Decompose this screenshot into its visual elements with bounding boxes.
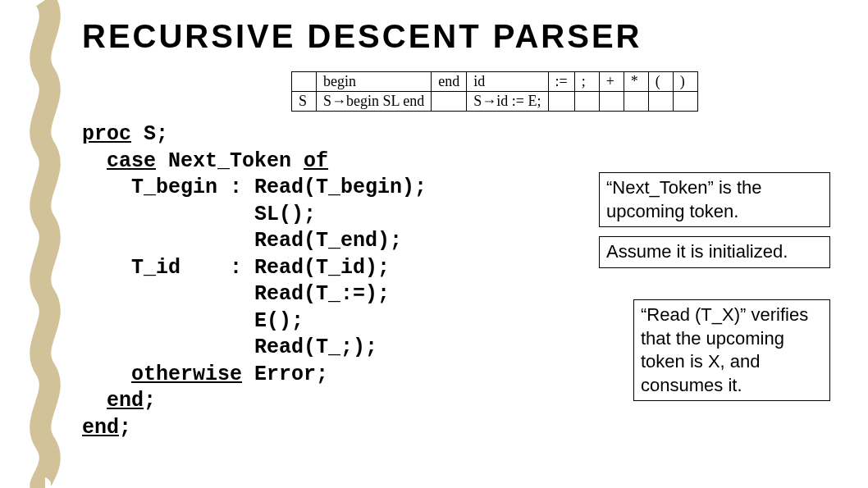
code-line: Read(T_;); (82, 335, 377, 359)
grammar-cell-s-plus (599, 92, 624, 112)
note-read: “Read (T_X)” verifies that the upcoming … (633, 299, 830, 401)
code-line: E(); (82, 309, 304, 333)
grammar-row-s: S S→begin SL end S→id := E; (292, 92, 698, 112)
code-line: SL(); (82, 203, 316, 226)
kw-otherwise: otherwise (131, 363, 242, 386)
grammar-header-assign: := (548, 72, 574, 92)
grammar-table: begin end id := ; + * ( ) S S→begin SL e… (291, 71, 698, 112)
slide-wave-decoration (0, 0, 70, 488)
kw-proc: proc (82, 122, 131, 146)
code-line: T_begin : Read(T_begin); (82, 176, 427, 199)
grammar-header-lparen: ( (648, 72, 673, 92)
kw-case: case (107, 149, 156, 173)
grammar-header-semicolon: ; (574, 72, 599, 92)
grammar-cell-s-name: S (292, 92, 317, 112)
grammar-cell-s-assign (548, 92, 574, 112)
grammar-cell-s-end (432, 92, 467, 112)
code-line: Read(T_:=); (82, 282, 390, 306)
grammar-header-rparen: ) (673, 72, 697, 92)
grammar-cell-s-semicolon (574, 92, 599, 112)
kw-end: end (82, 416, 119, 440)
grammar-header-blank (292, 72, 317, 92)
grammar-header-end: end (432, 72, 467, 92)
grammar-header-row: begin end id := ; + * ( ) (292, 72, 698, 92)
grammar-cell-s-rparen (673, 92, 697, 112)
kw-of: of (304, 149, 328, 173)
note-next-token: “Next_Token” is the upcoming token. (599, 172, 830, 227)
grammar-header-star: * (624, 72, 648, 92)
kw-end: end (107, 389, 144, 413)
grammar-cell-s-star (624, 92, 648, 112)
code-line: Read(T_end); (82, 229, 402, 253)
grammar-cell-s-id: S→id := E; (467, 92, 548, 112)
note-initialized: Assume it is initialized. (599, 236, 830, 268)
grammar-header-plus: + (599, 72, 624, 92)
code-line: T_id : Read(T_id); (82, 256, 390, 280)
grammar-cell-s-begin: S→begin SL end (317, 92, 432, 112)
grammar-cell-s-lparen (648, 92, 673, 112)
grammar-header-begin: begin (317, 72, 432, 92)
grammar-header-id: id (467, 72, 548, 92)
slide-title: RECURSIVE DESCENT PARSER (82, 18, 843, 55)
